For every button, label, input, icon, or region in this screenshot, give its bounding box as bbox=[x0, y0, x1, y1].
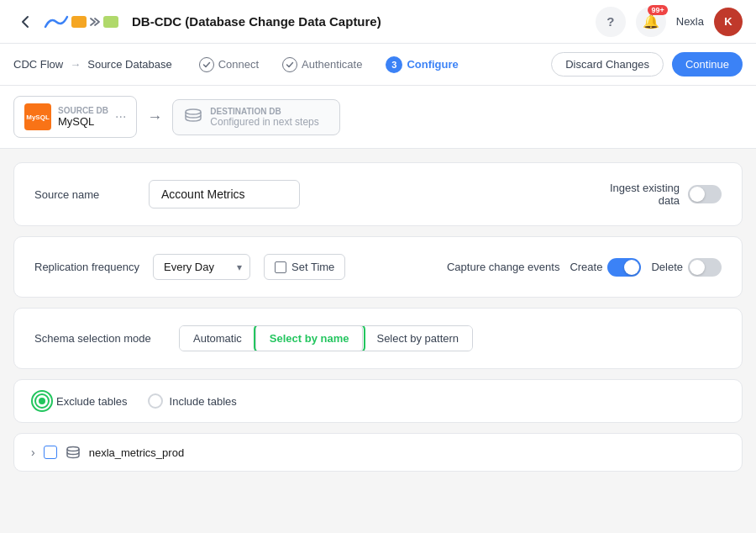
set-time-label: Set Time bbox=[291, 261, 334, 273]
include-tables-radio[interactable]: Include tables bbox=[148, 393, 237, 409]
source-name-card: Source name Ingest existing data bbox=[13, 162, 743, 226]
logo-chevrons bbox=[89, 16, 101, 28]
exclude-tables-radio[interactable]: Exclude tables bbox=[34, 393, 128, 409]
create-toggle-knob bbox=[624, 260, 639, 275]
delete-toggle-knob bbox=[690, 260, 705, 275]
schema-card: Schema selection mode Automatic Select b… bbox=[13, 308, 743, 369]
user-avatar[interactable]: K bbox=[714, 8, 743, 36]
source-database-label: Source Database bbox=[87, 58, 171, 71]
question-icon: ? bbox=[606, 14, 614, 29]
ingest-sub: data bbox=[659, 194, 680, 207]
notifications-button[interactable]: 🔔 99+ bbox=[636, 7, 666, 37]
delete-toggle[interactable] bbox=[688, 258, 722, 277]
frequency-select[interactable]: Every Day Every Hour Every Week bbox=[153, 254, 250, 280]
source-db-card: MySQL SOURCE DB MySQL ··· bbox=[13, 96, 137, 138]
capture-label: Capture change events bbox=[447, 261, 559, 273]
set-time-checkbox[interactable] bbox=[275, 261, 286, 273]
exclude-tables-label: Exclude tables bbox=[56, 395, 128, 408]
back-button[interactable] bbox=[13, 10, 37, 34]
db-connector-arrow-icon: → bbox=[147, 108, 162, 126]
breadcrumb-arrow-icon: → bbox=[70, 58, 81, 71]
schema-option-select-by-pattern[interactable]: Select by pattern bbox=[363, 326, 472, 351]
discard-changes-button[interactable]: Discard Changes bbox=[551, 52, 664, 77]
destination-db-card: DESTINATION DB Configured in next steps bbox=[172, 99, 340, 135]
delete-label: Delete bbox=[651, 261, 683, 273]
step-configure-number: 3 bbox=[386, 56, 402, 73]
ingest-label: Ingest existing bbox=[610, 182, 680, 194]
exclude-tables-radio-dot bbox=[39, 398, 45, 404]
schema-options-group: Automatic Select by name Select by patte… bbox=[179, 325, 473, 351]
notification-badge: 99+ bbox=[648, 5, 667, 15]
svg-point-0 bbox=[186, 109, 201, 114]
table-name-label: nexla_metrics_prod bbox=[89, 446, 184, 459]
nexla-logo bbox=[44, 13, 118, 30]
create-label: Create bbox=[570, 261, 602, 273]
avatar-initial: K bbox=[724, 15, 732, 28]
create-toggle[interactable] bbox=[607, 258, 641, 277]
step-connect: Connect bbox=[199, 57, 259, 72]
row-chevron-icon[interactable]: › bbox=[31, 446, 35, 459]
svg-point-1 bbox=[67, 447, 79, 451]
source-db-name: MySQL bbox=[58, 115, 108, 128]
dest-db-sub: Configured in next steps bbox=[210, 116, 318, 128]
ingest-toggle[interactable] bbox=[688, 185, 722, 203]
step-configure: 3 Configure bbox=[386, 56, 458, 73]
schema-option-select-by-name[interactable]: Select by name bbox=[256, 326, 364, 351]
step-connect-check bbox=[199, 57, 214, 72]
logo-green-rect bbox=[103, 16, 118, 28]
set-time-button[interactable]: Set Time bbox=[264, 254, 345, 280]
capture-section: Capture change events Create Delete bbox=[447, 258, 722, 277]
source-name-input[interactable] bbox=[149, 180, 300, 208]
help-button[interactable]: ? bbox=[596, 7, 626, 37]
ingest-toggle-knob bbox=[690, 187, 705, 202]
table-row: › nexla_metrics_prod bbox=[31, 446, 725, 459]
logo-orange-rect bbox=[71, 16, 87, 28]
source-db-type: SOURCE DB bbox=[58, 106, 108, 115]
step-configure-label: Configure bbox=[407, 58, 458, 71]
dest-db-info: DESTINATION DB Configured in next steps bbox=[210, 107, 318, 128]
schema-option-automatic[interactable]: Automatic bbox=[180, 326, 256, 351]
flow-label: CDC Flow bbox=[13, 58, 63, 71]
table-db-icon bbox=[66, 446, 81, 459]
include-tables-radio-circle bbox=[148, 393, 163, 409]
step-connect-label: Connect bbox=[218, 58, 259, 71]
page-title: DB-CDC (Database Change Data Capture) bbox=[132, 14, 381, 29]
replication-label: Replication frequency bbox=[34, 261, 139, 273]
user-name: Nexla bbox=[676, 15, 704, 28]
continue-button[interactable]: Continue bbox=[672, 52, 743, 77]
source-name-label: Source name bbox=[34, 188, 135, 201]
exclude-tables-radio-circle bbox=[34, 393, 50, 409]
destination-db-icon bbox=[183, 108, 203, 126]
mysql-icon: MySQL bbox=[24, 103, 51, 130]
source-db-more-button[interactable]: ··· bbox=[115, 109, 126, 124]
schema-label: Schema selection mode bbox=[34, 332, 169, 345]
step-authenticate-label: Authenticate bbox=[302, 58, 362, 71]
step-authenticate: Authenticate bbox=[282, 57, 362, 72]
row-checkbox[interactable] bbox=[44, 446, 57, 459]
include-tables-label: Include tables bbox=[170, 395, 237, 408]
table-list-card: › nexla_metrics_prod bbox=[13, 433, 743, 472]
dest-db-type: DESTINATION DB bbox=[210, 107, 318, 116]
replication-card: Replication frequency Every Day Every Ho… bbox=[13, 236, 743, 298]
table-filter-card: Exclude tables Include tables bbox=[13, 379, 743, 423]
create-capture-item: Create bbox=[570, 258, 641, 277]
step-authenticate-check bbox=[282, 57, 297, 72]
delete-capture-item: Delete bbox=[651, 258, 722, 277]
source-db-info: SOURCE DB MySQL bbox=[58, 106, 108, 128]
frequency-select-wrapper: Every Day Every Hour Every Week ▾ bbox=[153, 254, 250, 280]
bell-icon: 🔔 bbox=[643, 13, 659, 29]
